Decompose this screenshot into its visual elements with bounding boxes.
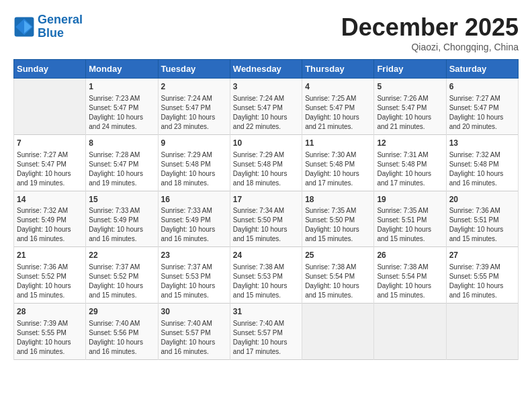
page-header: General Blue December 2025 Qiaozi, Chong… <box>13 13 519 52</box>
day-info: Sunrise: 7:38 AMSunset: 5:53 PMDaylight:… <box>233 263 299 300</box>
day-info: Sunrise: 7:35 AMSunset: 5:50 PMDaylight:… <box>305 206 371 244</box>
day-number: 29 <box>89 306 154 318</box>
calendar-cell: 6Sunrise: 7:27 AMSunset: 5:47 PMDaylight… <box>446 79 518 135</box>
day-number: 4 <box>305 81 371 93</box>
day-number: 16 <box>161 194 227 205</box>
calendar-cell: 26Sunrise: 7:38 AMSunset: 5:54 PMDayligh… <box>374 247 446 304</box>
day-number: 22 <box>89 250 154 261</box>
day-number: 9 <box>161 138 227 149</box>
day-number: 15 <box>89 194 154 205</box>
day-number: 30 <box>161 306 227 318</box>
calendar-cell: 12Sunrise: 7:31 AMSunset: 5:48 PMDayligh… <box>374 134 446 191</box>
page-title: December 2025 <box>341 13 519 42</box>
day-info: Sunrise: 7:27 AMSunset: 5:47 PMDaylight:… <box>17 150 83 188</box>
day-info: Sunrise: 7:37 AMSunset: 5:53 PMDaylight:… <box>161 263 227 300</box>
calendar-week-row: 28Sunrise: 7:39 AMSunset: 5:55 PMDayligh… <box>14 304 519 360</box>
day-number: 23 <box>161 250 227 261</box>
calendar-cell: 16Sunrise: 7:33 AMSunset: 5:49 PMDayligh… <box>158 191 230 247</box>
calendar-cell: 13Sunrise: 7:32 AMSunset: 5:48 PMDayligh… <box>446 134 518 191</box>
calendar-cell: 5Sunrise: 7:26 AMSunset: 5:47 PMDaylight… <box>374 79 446 135</box>
day-info: Sunrise: 7:30 AMSunset: 5:48 PMDaylight:… <box>305 150 371 188</box>
day-number: 31 <box>233 306 299 318</box>
day-info: Sunrise: 7:37 AMSunset: 5:52 PMDaylight:… <box>89 263 154 300</box>
day-info: Sunrise: 7:32 AMSunset: 5:49 PMDaylight:… <box>17 206 83 244</box>
day-info: Sunrise: 7:39 AMSunset: 5:55 PMDaylight:… <box>449 263 515 300</box>
calendar-cell: 10Sunrise: 7:29 AMSunset: 5:48 PMDayligh… <box>230 134 302 191</box>
day-info: Sunrise: 7:27 AMSunset: 5:47 PMDaylight:… <box>449 94 515 132</box>
day-number: 21 <box>17 250 83 261</box>
calendar-cell: 11Sunrise: 7:30 AMSunset: 5:48 PMDayligh… <box>302 134 374 191</box>
weekday-header: Thursday <box>302 60 374 79</box>
calendar-cell <box>14 79 86 135</box>
day-number: 13 <box>449 138 515 149</box>
day-number: 27 <box>449 250 515 261</box>
calendar-cell: 17Sunrise: 7:34 AMSunset: 5:50 PMDayligh… <box>230 191 302 247</box>
calendar-cell: 2Sunrise: 7:24 AMSunset: 5:47 PMDaylight… <box>158 79 230 135</box>
logo: General Blue <box>13 13 83 40</box>
weekday-header: Tuesday <box>158 60 230 79</box>
calendar-cell: 28Sunrise: 7:39 AMSunset: 5:55 PMDayligh… <box>14 304 86 360</box>
day-number: 19 <box>377 194 443 205</box>
day-number: 17 <box>233 194 299 205</box>
calendar-cell: 24Sunrise: 7:38 AMSunset: 5:53 PMDayligh… <box>230 247 302 304</box>
calendar-cell: 14Sunrise: 7:32 AMSunset: 5:49 PMDayligh… <box>14 191 86 247</box>
day-number: 1 <box>89 81 154 93</box>
day-number: 18 <box>305 194 371 205</box>
page-subtitle: Qiaozi, Chongqing, China <box>341 42 519 52</box>
day-info: Sunrise: 7:29 AMSunset: 5:48 PMDaylight:… <box>161 150 227 188</box>
calendar-cell: 21Sunrise: 7:36 AMSunset: 5:52 PMDayligh… <box>14 247 86 304</box>
calendar-cell <box>446 304 518 360</box>
calendar-cell: 18Sunrise: 7:35 AMSunset: 5:50 PMDayligh… <box>302 191 374 247</box>
day-info: Sunrise: 7:35 AMSunset: 5:51 PMDaylight:… <box>377 206 443 244</box>
logo-icon <box>13 16 35 38</box>
calendar-cell: 25Sunrise: 7:38 AMSunset: 5:54 PMDayligh… <box>302 247 374 304</box>
day-info: Sunrise: 7:39 AMSunset: 5:55 PMDaylight:… <box>17 319 83 357</box>
day-number: 28 <box>17 306 83 318</box>
day-info: Sunrise: 7:25 AMSunset: 5:47 PMDaylight:… <box>305 94 371 132</box>
calendar-week-row: 7Sunrise: 7:27 AMSunset: 5:47 PMDaylight… <box>14 134 519 191</box>
day-number: 12 <box>377 138 443 149</box>
calendar-cell <box>302 304 374 360</box>
calendar-cell: 23Sunrise: 7:37 AMSunset: 5:53 PMDayligh… <box>158 247 230 304</box>
calendar-cell: 4Sunrise: 7:25 AMSunset: 5:47 PMDaylight… <box>302 79 374 135</box>
day-number: 6 <box>449 81 515 93</box>
calendar-cell: 20Sunrise: 7:36 AMSunset: 5:51 PMDayligh… <box>446 191 518 247</box>
calendar-cell: 7Sunrise: 7:27 AMSunset: 5:47 PMDaylight… <box>14 134 86 191</box>
day-number: 10 <box>233 138 299 149</box>
calendar-week-row: 21Sunrise: 7:36 AMSunset: 5:52 PMDayligh… <box>14 247 519 304</box>
day-info: Sunrise: 7:33 AMSunset: 5:49 PMDaylight:… <box>161 206 227 244</box>
calendar-cell: 29Sunrise: 7:40 AMSunset: 5:56 PMDayligh… <box>86 304 158 360</box>
day-info: Sunrise: 7:38 AMSunset: 5:54 PMDaylight:… <box>377 263 443 300</box>
day-number: 20 <box>449 194 515 205</box>
day-info: Sunrise: 7:31 AMSunset: 5:48 PMDaylight:… <box>377 150 443 188</box>
day-info: Sunrise: 7:36 AMSunset: 5:52 PMDaylight:… <box>17 263 83 300</box>
day-number: 3 <box>233 81 299 93</box>
day-number: 11 <box>305 138 371 149</box>
day-info: Sunrise: 7:28 AMSunset: 5:47 PMDaylight:… <box>89 150 154 188</box>
calendar-cell: 15Sunrise: 7:33 AMSunset: 5:49 PMDayligh… <box>86 191 158 247</box>
day-info: Sunrise: 7:32 AMSunset: 5:48 PMDaylight:… <box>449 150 515 188</box>
day-number: 5 <box>377 81 443 93</box>
calendar-week-row: 14Sunrise: 7:32 AMSunset: 5:49 PMDayligh… <box>14 191 519 247</box>
calendar-cell: 31Sunrise: 7:40 AMSunset: 5:57 PMDayligh… <box>230 304 302 360</box>
calendar-cell: 1Sunrise: 7:23 AMSunset: 5:47 PMDaylight… <box>86 79 158 135</box>
day-number: 7 <box>17 138 83 149</box>
day-info: Sunrise: 7:38 AMSunset: 5:54 PMDaylight:… <box>305 263 371 300</box>
day-info: Sunrise: 7:36 AMSunset: 5:51 PMDaylight:… <box>449 206 515 244</box>
title-block: December 2025 Qiaozi, Chongqing, China <box>341 13 519 52</box>
logo-text: General Blue <box>38 13 83 40</box>
weekday-header: Wednesday <box>230 60 302 79</box>
day-info: Sunrise: 7:40 AMSunset: 5:57 PMDaylight:… <box>161 319 227 357</box>
calendar-cell: 22Sunrise: 7:37 AMSunset: 5:52 PMDayligh… <box>86 247 158 304</box>
calendar-cell: 19Sunrise: 7:35 AMSunset: 5:51 PMDayligh… <box>374 191 446 247</box>
day-info: Sunrise: 7:26 AMSunset: 5:47 PMDaylight:… <box>377 94 443 132</box>
weekday-header: Friday <box>374 60 446 79</box>
calendar-cell: 9Sunrise: 7:29 AMSunset: 5:48 PMDaylight… <box>158 134 230 191</box>
day-number: 8 <box>89 138 154 149</box>
calendar-table: SundayMondayTuesdayWednesdayThursdayFrid… <box>13 59 519 360</box>
weekday-header: Monday <box>86 60 158 79</box>
calendar-cell <box>374 304 446 360</box>
calendar-week-row: 1Sunrise: 7:23 AMSunset: 5:47 PMDaylight… <box>14 79 519 135</box>
day-info: Sunrise: 7:33 AMSunset: 5:49 PMDaylight:… <box>89 206 154 244</box>
calendar-cell: 8Sunrise: 7:28 AMSunset: 5:47 PMDaylight… <box>86 134 158 191</box>
